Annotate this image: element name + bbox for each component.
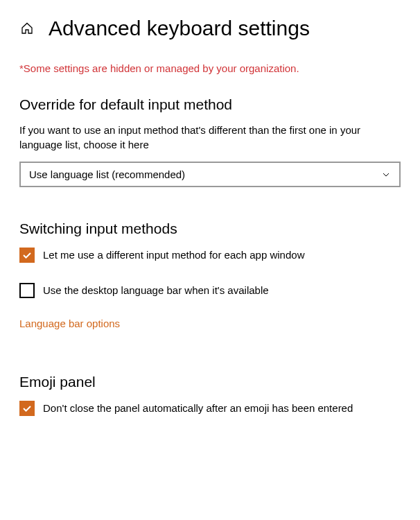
chevron-down-icon (381, 170, 391, 180)
override-section-title: Override for default input method (19, 96, 401, 113)
emoji-section-title: Emoji panel (19, 374, 401, 390)
emoji-panel-close-checkbox[interactable] (19, 401, 35, 416)
switching-section-title: Switching input methods (19, 220, 401, 237)
policy-notice: *Some settings are hidden or managed by … (19, 62, 401, 74)
language-bar-options-link[interactable]: Language bar options (19, 318, 120, 329)
per-window-input-label: Let me use a different input method for … (43, 247, 304, 262)
home-icon[interactable] (19, 21, 35, 36)
emoji-panel-close-label: Don't close the panel automatically afte… (43, 400, 353, 415)
input-method-dropdown[interactable]: Use language list (recommended) (19, 162, 401, 187)
page-title: Advanced keyboard settings (49, 17, 310, 40)
dropdown-value: Use language list (recommended) (29, 168, 185, 180)
desktop-language-bar-label: Use the desktop language bar when it's a… (43, 282, 269, 297)
override-description: If you want to use an input method that'… (19, 123, 401, 152)
desktop-language-bar-checkbox[interactable] (19, 283, 35, 298)
per-window-input-checkbox[interactable] (19, 248, 35, 263)
